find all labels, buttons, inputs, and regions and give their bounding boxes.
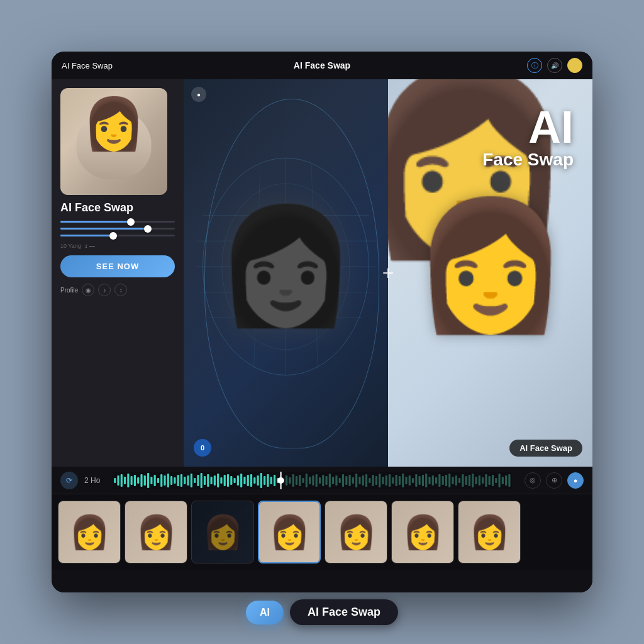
svg-rect-43 — [208, 474, 209, 487]
timeline-time-label: 2 Ho — [84, 476, 100, 485]
svg-rect-92 — [369, 478, 371, 483]
svg-rect-113 — [439, 474, 441, 487]
svg-rect-100 — [396, 475, 397, 486]
ai-title-sub: Face Swap — [482, 150, 574, 170]
svg-rect-129 — [492, 475, 494, 486]
svg-rect-128 — [489, 476, 491, 485]
film-frame-inner-7: 👩 — [458, 501, 520, 563]
svg-rect-23 — [141, 474, 143, 487]
svg-rect-122 — [469, 475, 470, 486]
timeline-loop-icon[interactable]: ⟳ — [60, 472, 78, 489]
svg-rect-90 — [362, 475, 364, 486]
waveform-svg — [113, 472, 512, 489]
svg-rect-127 — [486, 474, 487, 487]
svg-rect-39 — [194, 478, 196, 483]
small-dot-button[interactable]: ● — [191, 87, 206, 102]
svg-rect-24 — [144, 475, 146, 486]
title-bar-controls: ⓘ 🔊 — [527, 58, 582, 73]
svg-rect-73 — [306, 474, 308, 487]
mini-icon-3[interactable]: ↕ — [114, 284, 127, 296]
svg-rect-89 — [359, 477, 361, 484]
film-frame-inner-2: 👩 — [125, 501, 187, 563]
info-button[interactable]: ⓘ — [527, 58, 542, 73]
svg-rect-26 — [151, 477, 153, 484]
close-button[interactable] — [567, 58, 582, 73]
slider-thumb-3[interactable] — [109, 232, 117, 240]
svg-rect-108 — [422, 475, 424, 486]
svg-rect-77 — [319, 477, 321, 484]
timeline-btn-2[interactable]: ⊕ — [546, 472, 562, 489]
svg-rect-51 — [234, 478, 236, 483]
svg-rect-116 — [449, 474, 451, 487]
slider-track-1[interactable] — [60, 221, 175, 223]
svg-rect-63 — [274, 475, 275, 486]
params-value: ↕ — — [85, 243, 95, 249]
svg-rect-44 — [211, 477, 213, 484]
film-frame-5[interactable]: 👩 — [325, 501, 387, 564]
app-window: AI Face Swap AI Face Swap ⓘ 🔊 AI Face Sw… — [52, 52, 592, 592]
svg-rect-30 — [164, 475, 166, 486]
svg-rect-17 — [121, 474, 123, 487]
timeline-btn-1[interactable]: ◎ — [525, 472, 541, 489]
svg-rect-19 — [128, 474, 130, 487]
watermark-badge: AI Face Swap — [509, 440, 582, 457]
svg-rect-16 — [118, 475, 119, 486]
svg-rect-91 — [365, 474, 367, 487]
svg-rect-80 — [329, 474, 331, 487]
film-frame-4-selected[interactable]: 👩 — [258, 501, 321, 564]
mini-icon-2[interactable]: ♪ — [98, 284, 111, 296]
film-frame-3[interactable]: 👩 — [191, 501, 254, 564]
see-now-button[interactable]: SEE NOW — [60, 255, 175, 277]
film-frame-1[interactable]: 👩 — [58, 501, 121, 564]
slider-fill-2 — [60, 228, 147, 230]
svg-rect-28 — [157, 478, 159, 483]
film-frame-inner-5: 👩 — [325, 501, 387, 563]
svg-rect-47 — [221, 477, 223, 484]
svg-rect-52 — [237, 475, 239, 486]
slider-thumb-2[interactable] — [144, 225, 152, 233]
svg-rect-112 — [435, 477, 437, 484]
dock-label-button[interactable]: AI Face Swap — [290, 599, 398, 625]
sound-button[interactable]: 🔊 — [547, 58, 562, 73]
svg-rect-27 — [154, 475, 156, 486]
film-frame-6[interactable]: 👩 — [391, 501, 454, 564]
svg-rect-41 — [201, 473, 203, 488]
dock-ai-button[interactable]: AI — [246, 601, 284, 625]
svg-rect-99 — [392, 477, 394, 484]
timeline-controls: ⟳ 2 Ho — [52, 467, 592, 494]
slider-track-3[interactable] — [60, 235, 175, 236]
slider-thumb-1[interactable] — [127, 218, 135, 226]
svg-rect-96 — [382, 477, 384, 484]
profile-label: Profile — [60, 287, 78, 294]
slider-row-1 — [60, 221, 175, 223]
film-frame-2[interactable]: 👩 — [125, 501, 187, 564]
film-frame-inner-4: 👩 — [259, 502, 319, 562]
svg-rect-58 — [257, 475, 259, 486]
timeline-section: ⟳ 2 Ho — [52, 467, 592, 592]
mini-icon-1[interactable]: ◉ — [82, 284, 94, 296]
svg-rect-115 — [445, 475, 447, 486]
svg-rect-109 — [425, 474, 427, 487]
svg-rect-42 — [204, 476, 206, 485]
svg-rect-18 — [124, 477, 126, 484]
timeline-btn-record[interactable]: ● — [567, 472, 584, 489]
counter-badge: 0 — [194, 439, 211, 457]
svg-rect-88 — [355, 474, 357, 487]
svg-rect-31 — [167, 474, 169, 487]
svg-rect-25 — [147, 473, 149, 488]
svg-rect-118 — [455, 475, 457, 486]
svg-rect-68 — [289, 477, 291, 484]
svg-rect-107 — [419, 476, 421, 485]
film-frame-7[interactable]: 👩 — [458, 501, 521, 564]
slider-track-2[interactable] — [60, 228, 175, 230]
main-content: AI Face Swap — [52, 79, 592, 467]
sound-icon: 🔊 — [551, 62, 558, 69]
title-bar-center-label: AI Face Swap — [294, 60, 350, 70]
app-name-label: AI Face Swap — [60, 201, 175, 214]
svg-rect-53 — [240, 474, 242, 487]
svg-rect-81 — [332, 477, 334, 484]
svg-rect-104 — [409, 475, 411, 486]
plus-icon: + — [382, 262, 394, 285]
slider-row-3 — [60, 235, 175, 236]
film-frame-inner-1: 👩 — [58, 501, 120, 563]
